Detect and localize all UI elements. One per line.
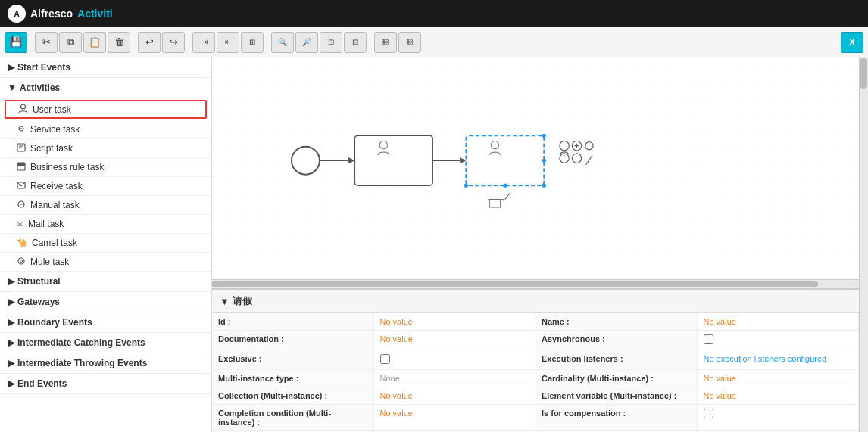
properties-panel: ▼ 请假 Id : No value Name : No value Docum… bbox=[212, 288, 859, 432]
svg-point-12 bbox=[20, 260, 23, 263]
connect1-button[interactable]: ⛓ bbox=[374, 32, 397, 53]
prop-value-id[interactable]: No value bbox=[374, 313, 536, 331]
sidebar-section-intermediate-catching[interactable]: ▶ Intermediate Catching Events bbox=[0, 333, 211, 353]
save-button[interactable]: 💾 bbox=[5, 32, 27, 53]
prop-value-completion-condition[interactable]: No value bbox=[374, 405, 536, 431]
chevron-right-icon-gateways: ▶ bbox=[8, 297, 14, 307]
copy-button[interactable]: ⧉ bbox=[59, 32, 82, 53]
zoom-page-button[interactable]: ⊟ bbox=[344, 32, 367, 53]
zoom-fit-button[interactable]: ⊡ bbox=[320, 32, 342, 53]
sidebar: ▶ Start Events ▼ Activities User task Se… bbox=[0, 57, 212, 432]
close-button[interactable]: X bbox=[841, 32, 863, 53]
export-button[interactable]: ⇥ bbox=[192, 32, 215, 53]
undo-button[interactable]: ↩ bbox=[138, 32, 161, 53]
zoom-in-button[interactable]: 🔍 bbox=[271, 32, 294, 53]
sidebar-item-script-task[interactable]: Script task bbox=[0, 139, 211, 158]
sidebar-section-end-events[interactable]: ▶ End Events bbox=[0, 374, 211, 394]
chevron-right-icon-throwing: ▶ bbox=[8, 358, 14, 368]
properties-section-title: 请假 bbox=[233, 294, 252, 308]
collapse-icon[interactable]: ▼ bbox=[220, 296, 229, 307]
svg-rect-18 bbox=[354, 135, 432, 185]
canvas-scrollbar-horizontal[interactable] bbox=[212, 279, 859, 288]
bpmn-diagram bbox=[212, 57, 859, 279]
prop-label-documentation: Documentation : bbox=[212, 331, 374, 350]
properties-title: ▼ 请假 bbox=[212, 290, 859, 313]
properties-grid: Id : No value Name : No value Documentat… bbox=[212, 313, 859, 432]
sidebar-item-service-task[interactable]: Service task bbox=[0, 120, 211, 139]
receive-task-label: Receive task bbox=[30, 181, 83, 191]
mail-task-label: Mail task bbox=[28, 219, 64, 229]
prop-value-name[interactable]: No value bbox=[698, 313, 860, 331]
sidebar-section-start-events[interactable]: ▶ Start Events bbox=[0, 57, 211, 78]
redo-button[interactable]: ↪ bbox=[162, 32, 185, 53]
paste-button[interactable]: 📋 bbox=[83, 32, 106, 53]
sidebar-item-receive-task[interactable]: Receive task bbox=[0, 177, 211, 196]
sidebar-section-boundary-events[interactable]: ▶ Boundary Events bbox=[0, 312, 211, 333]
activities-content: User task Service task Script task bbox=[0, 100, 211, 272]
sidebar-section-activities-label: Activities bbox=[20, 82, 60, 93]
prop-label-name: Name : bbox=[535, 313, 698, 331]
sidebar-section-end-events-label: End Events bbox=[17, 378, 67, 389]
import-button[interactable]: ⇤ bbox=[217, 32, 239, 53]
prop-value-multi-instance-type[interactable]: None bbox=[374, 370, 536, 387]
asynchronous-checkbox[interactable] bbox=[704, 334, 713, 344]
brand-alfresco: Alfresco bbox=[30, 8, 73, 20]
prop-label-completion-condition: Completion condition (Multi-instance) : bbox=[212, 405, 374, 431]
prop-value-documentation[interactable]: No value bbox=[374, 331, 536, 350]
vertical-scrollbar[interactable] bbox=[859, 57, 868, 432]
cut-button[interactable]: ✂ bbox=[35, 32, 58, 53]
chevron-right-icon-end: ▶ bbox=[8, 378, 14, 389]
mail-task-icon: ✉ bbox=[17, 219, 23, 229]
prop-label-collection: Collection (Multi-instance) : bbox=[212, 387, 374, 405]
chevron-right-icon-boundary: ▶ bbox=[8, 317, 14, 328]
chevron-right-icon: ▶ bbox=[8, 62, 14, 73]
compensation-checkbox[interactable] bbox=[704, 409, 713, 418]
prop-label-is-for-compensation: Is for compensation : bbox=[535, 405, 698, 431]
manual-task-icon bbox=[17, 200, 26, 210]
sidebar-section-gateways[interactable]: ▶ Gateways bbox=[0, 292, 211, 312]
svg-point-26 bbox=[542, 184, 546, 188]
prop-value-cardinality[interactable]: No value bbox=[698, 370, 860, 387]
sidebar-item-camel-task[interactable]: 🐪 Camel task bbox=[0, 234, 211, 253]
chevron-right-icon-structural: ▶ bbox=[8, 276, 14, 287]
sidebar-item-mail-task[interactable]: ✉ Mail task bbox=[0, 215, 211, 234]
manual-task-label: Manual task bbox=[30, 200, 80, 210]
svg-point-27 bbox=[503, 184, 507, 188]
connect2-button[interactable]: ⛓ bbox=[398, 32, 421, 53]
layout-button[interactable]: ⊞ bbox=[241, 32, 264, 53]
sidebar-section-intermediate-catching-label: Intermediate Catching Events bbox=[17, 337, 145, 348]
prop-value-element-variable[interactable]: No value bbox=[698, 387, 860, 405]
service-task-icon bbox=[17, 124, 26, 135]
sidebar-item-mule-task[interactable]: Mule task bbox=[0, 253, 211, 272]
svg-point-25 bbox=[542, 159, 546, 163]
service-task-label: Service task bbox=[30, 124, 80, 135]
scrollbar-thumb-v[interactable] bbox=[860, 58, 867, 89]
user-task-label: User task bbox=[33, 104, 71, 115]
toolbar: 💾 ✂ ⧉ 📋 🗑 ↩ ↪ ⇥ ⇤ ⊞ 🔍 🔎 ⊡ ⊟ ⛓ ⛓ X bbox=[0, 27, 868, 57]
receive-task-icon bbox=[17, 181, 26, 191]
prop-value-asynchronous[interactable] bbox=[698, 331, 860, 350]
prop-value-collection[interactable]: No value bbox=[374, 387, 536, 405]
script-task-label: Script task bbox=[30, 143, 73, 154]
sidebar-item-business-rule-task[interactable]: Business rule task bbox=[0, 158, 211, 177]
sidebar-item-user-task[interactable]: User task bbox=[5, 100, 207, 119]
scrollbar-thumb-h[interactable] bbox=[212, 281, 818, 287]
prop-value-execution-listeners[interactable]: No execution listeners configured bbox=[698, 350, 860, 370]
zoom-out-button[interactable]: 🔎 bbox=[295, 32, 318, 53]
camel-task-icon: 🐪 bbox=[17, 238, 27, 248]
prop-label-multi-instance-type: Multi-instance type : bbox=[212, 370, 374, 387]
prop-value-is-for-compensation[interactable] bbox=[698, 405, 860, 431]
sidebar-section-intermediate-throwing[interactable]: ▶ Intermediate Throwing Events bbox=[0, 353, 211, 374]
canvas[interactable] bbox=[212, 57, 859, 279]
svg-point-15 bbox=[292, 147, 320, 175]
prop-value-exclusive[interactable] bbox=[374, 350, 536, 370]
exclusive-checkbox[interactable] bbox=[380, 354, 390, 364]
mule-task-label: Mule task bbox=[30, 256, 69, 267]
sidebar-item-manual-task[interactable]: Manual task bbox=[0, 196, 211, 215]
svg-point-11 bbox=[18, 258, 24, 264]
chevron-right-icon-catching: ▶ bbox=[8, 337, 14, 348]
app-header: A Alfresco Activiti bbox=[0, 0, 868, 27]
sidebar-section-structural[interactable]: ▶ Structural bbox=[0, 272, 211, 292]
sidebar-section-activities[interactable]: ▼ Activities bbox=[0, 78, 211, 98]
delete-button[interactable]: 🗑 bbox=[108, 32, 130, 53]
